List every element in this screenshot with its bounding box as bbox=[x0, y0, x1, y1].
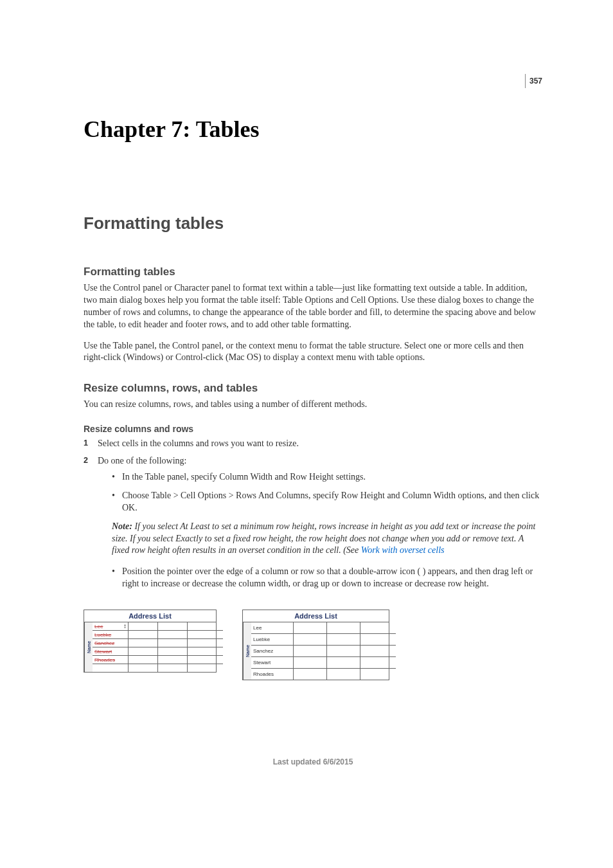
note-text: If you select At Least to set a minimum … bbox=[112, 521, 535, 556]
chapter-title: Chapter 7: Tables bbox=[84, 116, 542, 143]
heading-formatting-tables: Formatting tables bbox=[84, 266, 542, 278]
body-paragraph: You can resize columns, rows, and tables… bbox=[84, 399, 542, 411]
link-overset-cells[interactable]: Work with overset cells bbox=[361, 545, 445, 555]
illustration-side-label: Name bbox=[243, 622, 251, 680]
heading-resize-cr: Resize columns and rows bbox=[84, 424, 542, 434]
note-label: Note: bbox=[112, 521, 134, 531]
illustration-side-label: Name bbox=[84, 622, 93, 672]
section-title: Formatting tables bbox=[84, 213, 542, 233]
page-footer: Last updated 6/6/2015 bbox=[84, 757, 542, 766]
step-number: 1 bbox=[84, 438, 88, 449]
step-text: Do one of the following: bbox=[98, 456, 186, 466]
table-cell: Lee bbox=[93, 622, 129, 630]
step-item: 1 Select cells in the columns and rows y… bbox=[84, 438, 542, 450]
table-cell: Rhoades bbox=[93, 656, 129, 664]
table-cell: Lee bbox=[251, 622, 294, 633]
table-cell: Luebke bbox=[251, 634, 294, 645]
step-item: 2 Do one of the following: In the Table … bbox=[84, 455, 542, 590]
bullet-item: Choose Table > Cell Options > Rows And C… bbox=[112, 490, 542, 514]
step-text: Select cells in the columns and rows you… bbox=[98, 439, 299, 448]
illustration-header: Address List bbox=[84, 610, 216, 622]
bullet-item: In the Table panel, specify Column Width… bbox=[112, 471, 542, 484]
illustration: Address List Name Lee Luebke Sanchez Ste… bbox=[84, 610, 542, 680]
page-number: 357 bbox=[525, 74, 542, 88]
illustration-header: Address List bbox=[243, 610, 389, 622]
heading-resize-crt: Resize columns, rows, and tables bbox=[84, 382, 542, 395]
step-number: 2 bbox=[84, 455, 88, 466]
bullet-list: Position the pointer over the edge of a … bbox=[112, 566, 542, 590]
table-cell: Stewart bbox=[251, 657, 294, 668]
table-cell: Stewart bbox=[93, 647, 129, 655]
illustration-table-before: Address List Name Lee Luebke Sanchez Ste… bbox=[84, 610, 217, 673]
table-cell: Sanchez bbox=[251, 646, 294, 656]
note-paragraph: Note: If you select At Least to set a mi… bbox=[112, 521, 542, 557]
bullet-list: In the Table panel, specify Column Width… bbox=[112, 471, 542, 514]
body-paragraph: Use the Control panel or Character panel… bbox=[84, 282, 542, 331]
body-paragraph: Use the Table panel, the Control panel, … bbox=[84, 340, 542, 365]
table-cell: Sanchez bbox=[93, 639, 129, 647]
table-cell: Rhoades bbox=[251, 669, 294, 680]
bullet-item: Position the pointer over the edge of a … bbox=[112, 566, 542, 590]
illustration-table-after: Address List Name Lee Luebke Sanchez Ste… bbox=[242, 610, 389, 680]
steps-list: 1 Select cells in the columns and rows y… bbox=[84, 438, 542, 590]
table-cell: Luebke bbox=[93, 631, 129, 638]
